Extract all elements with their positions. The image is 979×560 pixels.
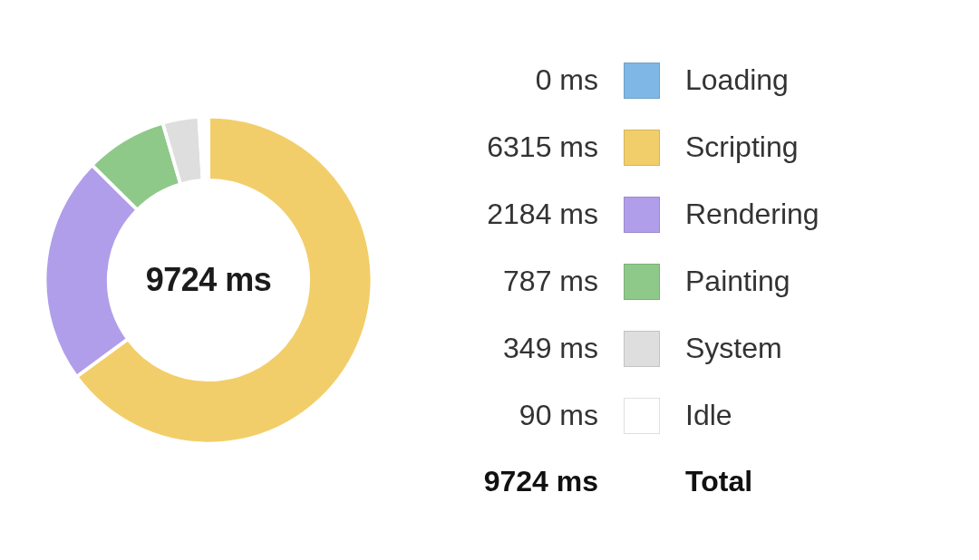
legend-pane: 0 ms Loading 6315 ms Scripting 2184 ms R… (417, 63, 979, 498)
legend-value: 6315 ms (453, 130, 598, 164)
legend-total-value: 9724 ms (453, 465, 598, 498)
legend-value: 349 ms (453, 332, 598, 365)
legend-value: 90 ms (453, 399, 598, 432)
summary-panel: 9724 ms 0 ms Loading 6315 ms Scripting 2… (0, 0, 979, 560)
legend-total-label: Total (685, 465, 830, 498)
legend-label: Idle (685, 399, 830, 432)
donut-chart: 9724 ms (36, 108, 381, 452)
donut-slice-idle (199, 117, 208, 180)
legend: 0 ms Loading 6315 ms Scripting 2184 ms R… (453, 63, 830, 498)
legend-value: 2184 ms (453, 198, 598, 231)
legend-label: Scripting (685, 130, 830, 164)
chart-pane: 9724 ms (0, 0, 417, 560)
donut-svg (36, 108, 381, 452)
legend-value: 787 ms (453, 265, 598, 298)
legend-label: Painting (685, 265, 830, 298)
legend-swatch-loading (624, 63, 660, 99)
legend-label: System (685, 332, 830, 365)
legend-swatch-painting (624, 264, 660, 300)
legend-value: 0 ms (453, 63, 598, 97)
legend-swatch-system (624, 331, 660, 367)
legend-swatch-rendering (624, 197, 660, 233)
legend-label: Loading (685, 63, 830, 97)
legend-swatch-idle (624, 398, 660, 434)
legend-label: Rendering (685, 198, 830, 231)
legend-swatch-scripting (624, 130, 660, 166)
